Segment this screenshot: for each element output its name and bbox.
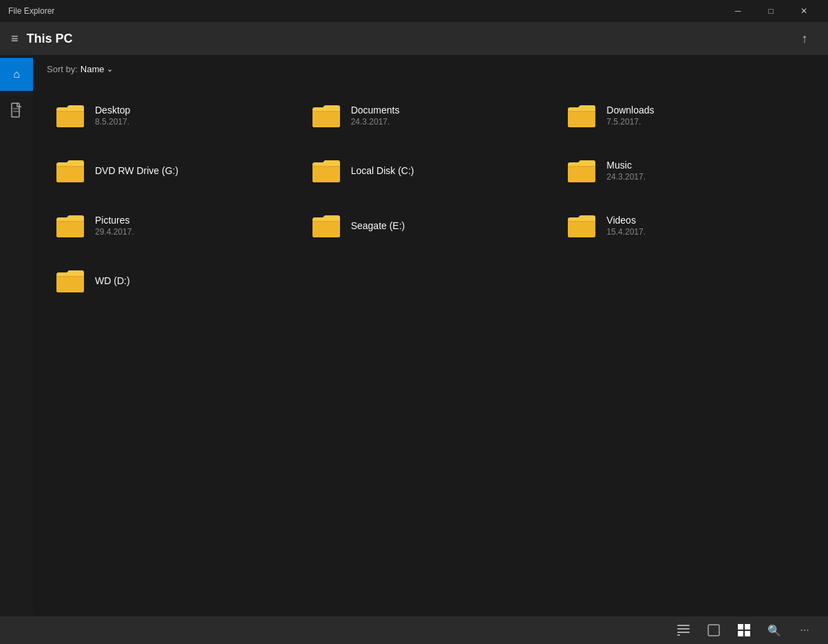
sidebar: ⌂ [0,55,33,616]
item-date: 7.5.2017. [606,117,654,127]
more-options-button[interactable]: ··· [792,618,817,643]
folder-icon [55,213,85,239]
svg-rect-4 [677,628,690,630]
items-grid: Desktop8.5.2017. Documents24.3.2017. Dow… [33,83,828,616]
grid-item-videos[interactable]: Videos15.4.2017. [558,198,814,253]
item-info: Desktop8.5.2017. [95,105,130,127]
item-info: Seagate (E:) [351,220,405,231]
item-name: Seagate (E:) [351,220,405,231]
grid-item-pictures[interactable]: Pictures29.4.2017. [47,198,303,253]
status-bar: 🔍 ··· [0,616,828,644]
grid-item-local-disk-c[interactable]: Local Disk (C:) [303,143,559,198]
item-name: DVD RW Drive (G:) [95,165,178,176]
item-date: 29.4.2017. [95,227,134,237]
grid-item-downloads[interactable]: Downloads7.5.2017. [558,88,814,143]
folder-icon [566,103,597,129]
item-name: WD (D:) [95,275,130,286]
page-title: This PC [27,32,73,46]
svg-rect-9 [745,624,750,630]
item-name: Desktop [95,105,130,116]
main-layout: ⌂ Sort by: Name ⌄ Desktop8.5.201 [0,55,828,616]
search-button[interactable]: 🔍 [762,618,787,643]
item-info: Local Disk (C:) [351,165,414,176]
header-bar: ≡ This PC ↑ [0,22,828,55]
folder-icon [566,158,597,184]
minimize-button[interactable]: ─ [722,0,754,22]
svg-rect-11 [745,631,750,636]
item-date: 15.4.2017. [606,227,646,237]
app-title: File Explorer [8,6,54,16]
close-button[interactable]: ✕ [788,0,820,22]
tablet-view-button[interactable] [701,618,726,643]
item-info: Videos15.4.2017. [606,215,646,237]
svg-rect-5 [677,632,690,633]
list-view-button[interactable] [671,618,696,643]
svg-rect-8 [738,624,743,630]
item-info: Documents24.3.2017. [351,105,400,127]
header-right: ↑ [792,26,817,51]
title-bar-controls: ─ □ ✕ [722,0,820,22]
item-info: Pictures29.4.2017. [95,215,134,237]
up-button[interactable]: ↑ [792,26,817,51]
item-name: Pictures [95,215,134,226]
sort-value-button[interactable]: Name ⌄ [81,64,114,74]
item-name: Documents [351,105,400,116]
item-name: Music [606,160,646,171]
title-bar-left: File Explorer [8,6,54,16]
svg-rect-6 [677,634,680,636]
folder-icon [55,268,85,294]
item-name: Videos [606,215,646,226]
svg-rect-0 [12,103,19,117]
svg-rect-10 [738,631,743,636]
item-info: Music24.3.2017. [606,160,646,182]
folder-icon [311,158,341,184]
folder-icon [55,158,85,184]
item-date: 8.5.2017. [95,117,130,127]
grid-item-wd-d[interactable]: WD (D:) [47,253,303,308]
sort-label: Sort by: [47,64,78,74]
svg-rect-3 [677,625,690,626]
svg-rect-7 [708,625,719,636]
content-area: Sort by: Name ⌄ Desktop8.5.2017. Documen… [33,55,828,616]
grid-item-seagate-e[interactable]: Seagate (E:) [303,198,559,253]
sort-bar: Sort by: Name ⌄ [33,55,828,83]
sidebar-home-button[interactable]: ⌂ [0,58,33,91]
folder-icon [311,103,341,129]
grid-item-music[interactable]: Music24.3.2017. [558,143,814,198]
item-name: Downloads [606,105,654,116]
item-info: DVD RW Drive (G:) [95,165,178,176]
item-info: Downloads7.5.2017. [606,105,654,127]
folder-icon [55,103,85,129]
item-name: Local Disk (C:) [351,165,414,176]
maximize-button[interactable]: □ [755,0,787,22]
grid-item-dvd-rw[interactable]: DVD RW Drive (G:) [47,143,303,198]
header-left: ≡ This PC [11,32,73,46]
item-date: 24.3.2017. [351,117,400,127]
hamburger-icon[interactable]: ≡ [11,32,19,46]
title-bar: File Explorer ─ □ ✕ [0,0,828,22]
item-info: WD (D:) [95,275,130,286]
grid-item-documents[interactable]: Documents24.3.2017. [303,88,559,143]
grid-item-desktop[interactable]: Desktop8.5.2017. [47,88,303,143]
grid-view-button[interactable] [732,618,756,643]
item-date: 24.3.2017. [606,172,646,182]
folder-icon [311,213,341,239]
folder-icon [566,213,597,239]
sidebar-document-button[interactable] [0,94,33,127]
